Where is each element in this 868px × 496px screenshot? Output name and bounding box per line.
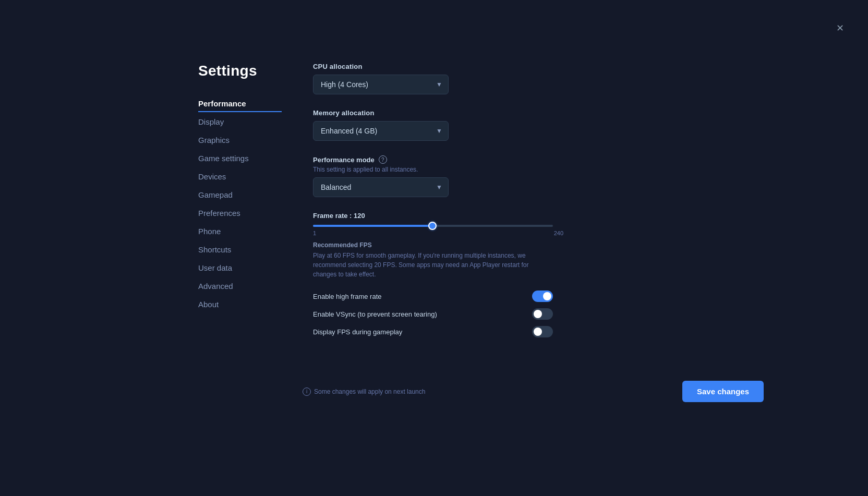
sidebar: PerformanceDisplayGraphicsGame settingsD… <box>198 95 282 313</box>
sidebar-item-devices[interactable]: Devices <box>198 168 282 185</box>
toggle-display-fps[interactable] <box>532 326 553 337</box>
performance-mode-label: Performance mode <box>313 156 375 164</box>
memory-allocation-dropdown-wrapper: Enhanced (4 GB) Low (1 GB) Standard (2 G… <box>313 121 449 141</box>
toggle-label-high-frame-rate: Enable high frame rate <box>313 293 382 300</box>
footer-note: i Some changes will apply on next launch <box>303 388 425 396</box>
frame-rate-label: Frame rate : 120 <box>313 212 563 220</box>
settings-container: Settings PerformanceDisplayGraphicsGame … <box>198 63 563 341</box>
sidebar-item-game-settings[interactable]: Game settings <box>198 150 282 167</box>
cpu-allocation-label: CPU allocation <box>313 63 563 70</box>
toggle-knob-vsync <box>534 310 542 318</box>
toggle-vsync[interactable] <box>532 308 553 320</box>
sidebar-item-preferences[interactable]: Preferences <box>198 204 282 222</box>
main-content: CPU allocation High (4 Cores) Low (1 Cor… <box>313 63 563 341</box>
performance-mode-subtitle: This setting is applied to all instances… <box>313 166 563 173</box>
sidebar-item-about[interactable]: About <box>198 296 282 313</box>
toggle-label-vsync: Enable VSync (to prevent screen tearing) <box>313 310 437 318</box>
sidebar-item-user-data[interactable]: User data <box>198 259 282 276</box>
toggle-row-display-fps: Display FPS during gameplay <box>313 323 553 341</box>
performance-mode-dropdown-wrapper: Balanced Power saving High performance ▼ <box>313 177 449 197</box>
page-title: Settings <box>198 63 282 79</box>
memory-allocation-dropdown[interactable]: Enhanced (4 GB) Low (1 GB) Standard (2 G… <box>313 121 449 141</box>
close-icon: ✕ <box>836 22 844 34</box>
toggle-knob-display-fps <box>534 328 542 336</box>
cpu-allocation-dropdown[interactable]: High (4 Cores) Low (1 Core) Medium (2 Co… <box>313 75 449 94</box>
toggle-high-frame-rate[interactable] <box>532 291 553 302</box>
cpu-allocation-section: CPU allocation High (4 Cores) Low (1 Cor… <box>313 63 563 94</box>
save-button[interactable]: Save changes <box>682 381 764 402</box>
sidebar-item-gamepad[interactable]: Gamepad <box>198 186 282 203</box>
settings-panel: Settings PerformanceDisplayGraphicsGame … <box>198 63 282 341</box>
frame-rate-slider-container <box>313 225 553 227</box>
sidebar-item-shortcuts[interactable]: Shortcuts <box>198 241 282 258</box>
performance-mode-dropdown[interactable]: Balanced Power saving High performance <box>313 177 449 197</box>
performance-mode-info-icon[interactable]: ? <box>379 155 387 164</box>
fps-recommended-label: Recommended FPS <box>313 241 563 249</box>
performance-mode-section: Performance mode ? This setting is appli… <box>313 155 563 197</box>
cpu-allocation-dropdown-wrapper: High (4 Cores) Low (1 Core) Medium (2 Co… <box>313 75 449 94</box>
memory-allocation-section: Memory allocation Enhanced (4 GB) Low (1… <box>313 109 563 141</box>
footer-info-icon: i <box>303 388 311 396</box>
sidebar-item-performance[interactable]: Performance <box>198 95 282 112</box>
sidebar-item-advanced[interactable]: Advanced <box>198 277 282 295</box>
slider-max-label: 240 <box>554 230 563 236</box>
memory-allocation-label: Memory allocation <box>313 109 563 117</box>
sidebar-item-graphics[interactable]: Graphics <box>198 131 282 149</box>
close-button[interactable]: ✕ <box>833 21 847 35</box>
toggles-container: Enable high frame rateEnable VSync (to p… <box>313 287 563 341</box>
performance-mode-header: Performance mode ? <box>313 155 563 164</box>
toggle-label-display-fps: Display FPS during gameplay <box>313 328 402 336</box>
toggle-row-vsync: Enable VSync (to prevent screen tearing) <box>313 305 553 323</box>
footer-note-text: Some changes will apply on next launch <box>314 388 425 395</box>
toggle-knob-high-frame-rate <box>543 292 551 300</box>
fps-recommended-desc: Play at 60 FPS for smooth gameplay. If y… <box>313 251 548 279</box>
frame-rate-section: Frame rate : 120 1 240 Recommended FPS P… <box>313 212 563 341</box>
footer: i Some changes will apply on next launch… <box>303 381 764 402</box>
toggle-row-high-frame-rate: Enable high frame rate <box>313 287 553 305</box>
sidebar-item-phone[interactable]: Phone <box>198 223 282 240</box>
sidebar-item-display[interactable]: Display <box>198 113 282 130</box>
